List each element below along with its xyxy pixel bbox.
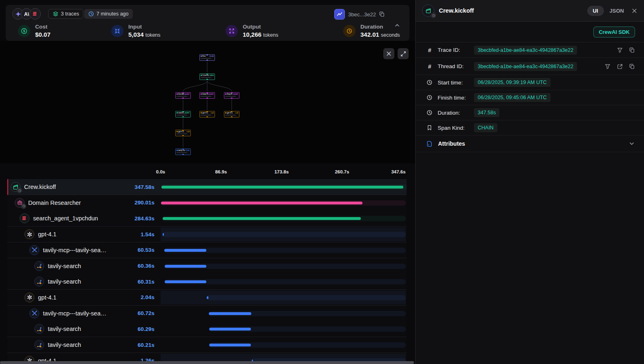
- field-value-chip[interactable]: 3becbfed-a1be-ae84-ea3c-4942867a3e22: [474, 46, 577, 55]
- span-row[interactable]: gpt-4.1 2.04s: [7, 290, 407, 306]
- span-duration: 1.26s: [141, 357, 154, 361]
- field-row-spankind: Span Kind: CHAIN: [416, 120, 644, 135]
- tab-json[interactable]: JSON: [610, 8, 624, 14]
- field-row-starttime: Start time: 06/28/2025, 09:39:19 AM UTC: [416, 75, 644, 90]
- field-row-threadid: # Thread ID: 3becbfed-a1be-ae84-ea3c-494…: [416, 58, 644, 75]
- span-duration: 290.01s: [134, 200, 154, 206]
- external-link-icon[interactable]: [617, 64, 623, 69]
- field-value-chip[interactable]: 347.58s: [474, 108, 499, 117]
- span-row[interactable]: tavily-mcp---tavily-sea… 60.53s: [7, 242, 407, 258]
- span-name: tavily-search: [48, 326, 81, 332]
- metric-value: 5,034 tokens: [128, 31, 161, 38]
- field-value-chip[interactable]: 06/28/2025, 09:45:06 AM UTC: [474, 93, 550, 102]
- graph-node-l2[interactable]: gpt-4.1 LLM: [199, 111, 215, 118]
- graph-node-run[interactable]: Run FLOW: [199, 54, 215, 61]
- field-row-finishtime: Finish time: 06/28/2025, 09:45:06 AM UTC: [416, 90, 644, 105]
- clock-badge-icon: [17, 188, 22, 193]
- span-row[interactable]: Crew.kickoff 347.58s: [7, 179, 407, 195]
- node-badge: CREW: [209, 75, 214, 76]
- robot-icon: [15, 198, 25, 208]
- span-bar: [165, 265, 207, 268]
- span-bar: [163, 233, 164, 236]
- graph-node-da[interactable]: Data Analyst AGENT: [199, 92, 215, 99]
- span-bar: [209, 344, 251, 346]
- branch-icon: [34, 261, 44, 271]
- node-badge: AGENT: [185, 93, 190, 95]
- copy-icon[interactable]: [629, 64, 635, 69]
- graph-node-l3[interactable]: gpt-4.1 LLM: [224, 111, 239, 118]
- span-bar-track: [252, 358, 406, 361]
- svg-text:$: $: [23, 29, 25, 33]
- span-row[interactable]: tavily-mcp---tavily-sea… 60.72s: [7, 306, 407, 322]
- span-duration: 284.63s: [134, 215, 154, 222]
- openai-icon: [25, 229, 34, 239]
- node-label: gpt-4.1: [227, 112, 235, 114]
- tools-icon: [29, 309, 39, 318]
- span-row[interactable]: tavily-search 60.21s: [7, 337, 407, 353]
- node-caption: [225, 115, 236, 115]
- dollar-icon: $: [18, 25, 30, 37]
- branch-icon: [34, 277, 44, 286]
- span-waterfall: 0.0s86.9s173.8s260.7s347.6s Crew.kickoff…: [0, 163, 415, 364]
- span-row[interactable]: gpt-4.1 1.26s: [7, 353, 407, 361]
- node-badge: LLM: [235, 112, 238, 114]
- traces-count-pill[interactable]: 3 traces: [48, 9, 83, 19]
- field-label: Span Kind:: [438, 125, 465, 131]
- metric-value: $0.07: [35, 31, 51, 38]
- copy-icon[interactable]: [379, 11, 385, 17]
- hash-icon: #: [427, 47, 433, 53]
- span-duration: 1.54s: [141, 231, 154, 237]
- span-name: tavily-mcp---tavily-sea…: [43, 247, 107, 253]
- graph-node-tool[interactable]: tavily-mcp---tavily-search TOOL: [175, 149, 191, 155]
- span-name: tavily-mcp---tavily-sea…: [43, 310, 107, 317]
- crew-icon: [422, 4, 434, 17]
- graph-node-dr[interactable]: Domain Researcher AGENT: [175, 92, 191, 99]
- node-type-icon: [177, 93, 178, 95]
- span-row[interactable]: tavily-search 60.36s: [7, 258, 407, 274]
- graph-node-crew[interactable]: Crew.kickoff CREW: [199, 73, 215, 80]
- field-value-chip[interactable]: CHAIN: [474, 123, 497, 132]
- span-duration: 60.72s: [138, 310, 154, 316]
- graph-node-rw[interactable]: Report Writer AGENT: [224, 92, 239, 99]
- crewai-avatar[interactable]: [29, 8, 41, 20]
- field-value-chip[interactable]: 06/28/2025, 09:39:19 AM UTC: [474, 78, 550, 87]
- span-row[interactable]: Domain Researcher 290.01s: [7, 195, 407, 211]
- span-row[interactable]: search_agent_1vpchdun 284.63s: [7, 211, 407, 226]
- anthropic-icon: A\: [24, 11, 29, 17]
- trace-graph-canvas[interactable]: Run FLOW Crew.kickoff CREW Domain Resear…: [0, 41, 415, 163]
- tab-ui[interactable]: UI: [587, 6, 604, 16]
- horizontal-scrollbar[interactable]: [0, 361, 414, 364]
- chart-button[interactable]: [334, 9, 345, 20]
- node-label: tavily-mcp---tavily-search: [178, 149, 185, 151]
- filter-icon[interactable]: [605, 64, 610, 69]
- node-type-icon: [201, 75, 202, 76]
- span-name: Crew.kickoff: [24, 184, 56, 190]
- copy-icon[interactable]: [629, 47, 635, 53]
- span-bar: [165, 280, 207, 283]
- clock-badge-icon: [21, 204, 26, 209]
- graph-close-button[interactable]: [383, 48, 394, 59]
- arrows-in-icon: [111, 25, 123, 37]
- filter-icon[interactable]: [617, 47, 623, 53]
- graph-expand-button[interactable]: [398, 48, 409, 59]
- node-caption: [177, 152, 187, 153]
- span-row[interactable]: tavily-search 60.31s: [7, 274, 407, 290]
- sdk-badge: CrewAI SDK: [593, 27, 635, 38]
- span-duration: 60.21s: [138, 342, 154, 348]
- close-icon[interactable]: [631, 8, 637, 14]
- span-row[interactable]: tavily-search 60.29s: [7, 321, 407, 337]
- field-value-chip[interactable]: 3becbfed-a1be-ae84-ea3c-4942867a3e22: [474, 62, 577, 71]
- waterfall-rows: Crew.kickoff 347.58s Domain Researcher 2…: [7, 179, 407, 361]
- hash-icon: #: [427, 63, 433, 70]
- node-type-icon: [201, 55, 202, 57]
- span-bar: [161, 186, 403, 189]
- graph-node-gpt[interactable]: gpt-4.1 LLM: [175, 130, 191, 136]
- graph-node-sa[interactable]: search_agent_1vpchdun AGENT: [175, 111, 191, 118]
- attributes-label: Attributes: [438, 140, 623, 147]
- attributes-section-toggle[interactable]: Attributes: [416, 135, 644, 152]
- trace-age-pill: 7 minutes ago: [84, 9, 133, 19]
- node-handle-bottom: [206, 98, 208, 99]
- file-icon: [427, 141, 433, 147]
- span-row[interactable]: gpt-4.1 1.54s: [7, 226, 407, 242]
- span-duration: 2.04s: [141, 294, 154, 300]
